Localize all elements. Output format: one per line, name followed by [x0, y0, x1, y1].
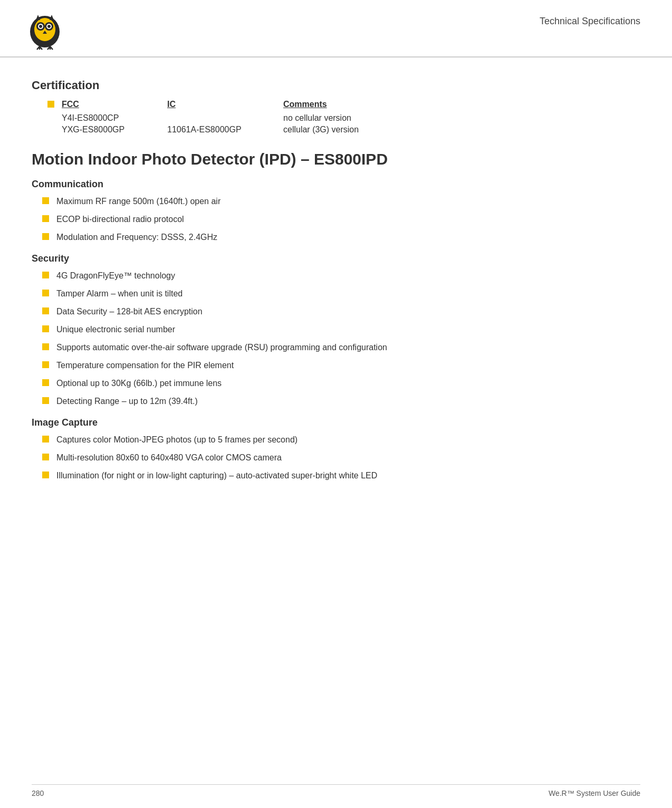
cert-header-row: FCC IC Comments [47, 100, 640, 109]
security-item-3: Data Security – 128-bit AES encryption [56, 305, 640, 318]
bullet-icon [42, 307, 49, 314]
page-footer: 280 We.R™ System User Guide [32, 784, 640, 797]
communication-section: Communication Maximum RF range 500m (164… [32, 179, 640, 244]
comm-item-1: Maximum RF range 500m (1640ft.) open air [56, 195, 640, 208]
certification-heading: Certification [32, 79, 640, 92]
image-capture-heading: Image Capture [32, 417, 640, 428]
cert-ic-1 [167, 113, 283, 123]
list-item: Modulation and Frequency: DSSS, 2.4GHz [42, 231, 640, 244]
cert-comments-1: no cellular version [283, 113, 441, 123]
svg-point-4 [39, 25, 42, 28]
list-item: Detecting Range – up to 12m (39.4ft.) [42, 395, 640, 408]
certification-table: FCC IC Comments Y4I-ES8000CP no cellular… [47, 100, 640, 134]
bullet-icon [42, 215, 49, 222]
page-number: 280 [32, 789, 44, 797]
image-item-1: Captures color Motion-JPEG photos (up to… [56, 434, 640, 446]
comm-item-3: Modulation and Frequency: DSSS, 2.4GHz [56, 231, 640, 244]
table-row: YXG-ES8000GP 11061A-ES8000GP cellular (3… [62, 125, 640, 134]
motion-detector-section: Motion Indoor Photo Detector (IPD) – ES8… [32, 150, 640, 482]
bullet-icon [42, 272, 49, 278]
security-section: Security 4G DragonFlyEye™ technology Tam… [32, 253, 640, 408]
list-item: Tamper Alarm – when unit is tilted [42, 287, 640, 300]
list-item: Illumination (for night or in low-light … [42, 469, 640, 482]
list-item: Supports automatic over-the-air software… [42, 341, 640, 354]
image-item-2: Multi-resolution 80x60 to 640x480 VGA co… [56, 451, 640, 464]
bullet-icon [42, 379, 49, 386]
security-item-2: Tamper Alarm – when unit is tilted [56, 287, 640, 300]
list-item: Multi-resolution 80x60 to 640x480 VGA co… [42, 451, 640, 464]
cert-ic-2: 11061A-ES8000GP [167, 125, 283, 134]
communication-heading: Communication [32, 179, 640, 190]
bullet-icon [42, 454, 49, 460]
logo-area: Essence GROUP [21, 11, 69, 50]
cert-comments-2: cellular (3G) version [283, 125, 441, 134]
list-item: Maximum RF range 500m (1640ft.) open air [42, 195, 640, 208]
bullet-icon [42, 233, 49, 240]
comm-item-2: ECOP bi-directional radio protocol [56, 213, 640, 226]
bullet-icon [42, 290, 49, 296]
list-item: ECOP bi-directional radio protocol [42, 213, 640, 226]
cert-fcc-2: YXG-ES8000GP [62, 125, 167, 134]
security-item-6: Temperature compensation for the PIR ele… [56, 359, 640, 372]
bullet-icon [42, 361, 49, 368]
security-item-5: Supports automatic over-the-air software… [56, 341, 640, 354]
page-header: Essence GROUP Technical Specifications [0, 0, 672, 57]
security-item-4: Unique electronic serial number [56, 323, 640, 336]
svg-text:Essence: Essence [21, 49, 49, 50]
list-item: Temperature compensation for the PIR ele… [42, 359, 640, 372]
essence-logo: Essence GROUP [21, 11, 69, 50]
svg-point-7 [47, 25, 51, 28]
list-item: Optional up to 30Kg (66lb.) pet immune l… [42, 377, 640, 390]
cert-bullet [47, 101, 54, 108]
guide-name: We.R™ System User Guide [549, 789, 640, 797]
security-item-8: Detecting Range – up to 12m (39.4ft.) [56, 395, 640, 408]
communication-list: Maximum RF range 500m (1640ft.) open air… [42, 195, 640, 244]
list-item: Unique electronic serial number [42, 323, 640, 336]
bullet-icon [42, 472, 49, 478]
image-capture-section: Image Capture Captures color Motion-JPEG… [32, 417, 640, 482]
security-item-1: 4G DragonFlyEye™ technology [56, 270, 640, 282]
cert-col-fcc-header: FCC [62, 100, 167, 109]
image-item-3: Illumination (for night or in low-light … [56, 469, 640, 482]
bullet-icon [42, 197, 49, 204]
main-content: Certification FCC IC Comments Y4I-ES8000… [0, 57, 672, 519]
cert-cols: FCC IC Comments [62, 100, 441, 109]
list-item: Captures color Motion-JPEG photos (up to… [42, 434, 640, 446]
bullet-icon [42, 436, 49, 443]
security-heading: Security [32, 253, 640, 264]
bullet-icon [42, 325, 49, 332]
security-item-7: Optional up to 30Kg (66lb.) pet immune l… [56, 377, 640, 390]
list-item: Data Security – 128-bit AES encryption [42, 305, 640, 318]
certification-section: Certification FCC IC Comments Y4I-ES8000… [32, 79, 640, 134]
cert-col-comments-header: Comments [283, 100, 441, 109]
bullet-icon [42, 397, 49, 404]
table-row: Y4I-ES8000CP no cellular version [62, 113, 640, 123]
bullet-icon [42, 343, 49, 350]
image-capture-list: Captures color Motion-JPEG photos (up to… [42, 434, 640, 482]
cert-data-rows: Y4I-ES8000CP no cellular version YXG-ES8… [62, 113, 640, 134]
header-title: Technical Specifications [540, 11, 640, 27]
motion-detector-heading: Motion Indoor Photo Detector (IPD) – ES8… [32, 150, 640, 168]
cert-fcc-1: Y4I-ES8000CP [62, 113, 167, 123]
cert-col-ic-header: IC [167, 100, 283, 109]
security-list: 4G DragonFlyEye™ technology Tamper Alarm… [42, 270, 640, 408]
list-item: 4G DragonFlyEye™ technology [42, 270, 640, 282]
svg-point-1 [34, 18, 55, 41]
page-container: Essence GROUP Technical Specifications C… [0, 0, 672, 808]
